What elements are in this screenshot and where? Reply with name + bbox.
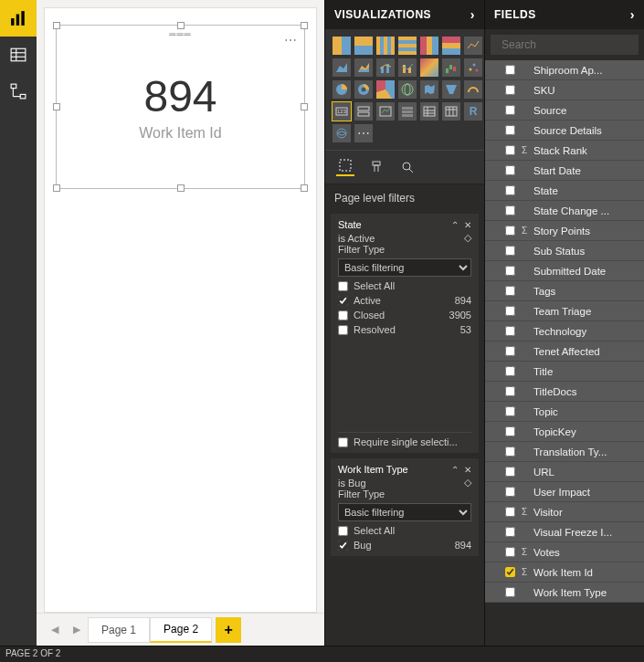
viz-filled-map-icon[interactable] — [420, 80, 438, 99]
report-view-button[interactable] — [0, 0, 37, 37]
filter-option-checkbox[interactable] — [338, 541, 348, 551]
viz-matrix-icon[interactable] — [442, 102, 460, 121]
resize-handle[interactable] — [53, 103, 60, 110]
visualizations-header[interactable]: VISUALIZATIONS › — [325, 0, 484, 29]
viz-kpi-icon[interactable] — [376, 102, 395, 121]
field-item[interactable]: Visual Freeze I... — [485, 522, 644, 542]
filter-type-select[interactable]: Basic filtering — [338, 503, 471, 521]
select-all-checkbox[interactable] — [338, 526, 348, 536]
filter-option[interactable]: Bug894 — [338, 540, 471, 551]
card-visual[interactable]: ═══ ⋯ 894 Work Item Id — [56, 25, 305, 189]
field-item[interactable]: State Change ... — [485, 201, 644, 221]
viz-gauge-icon[interactable] — [464, 80, 482, 99]
filter-option-checkbox[interactable] — [338, 296, 348, 306]
next-page-button[interactable]: ▶ — [66, 619, 88, 641]
field-item[interactable]: Sub Status — [485, 241, 644, 261]
field-item[interactable]: Title — [485, 362, 644, 382]
viz-combo-icon[interactable] — [376, 58, 395, 77]
eraser-icon[interactable]: ◇ — [464, 232, 471, 244]
filter-option[interactable]: Active894 — [338, 295, 471, 306]
field-item[interactable]: ΣWork Item Id — [485, 562, 644, 583]
field-checkbox[interactable] — [505, 587, 515, 597]
field-item[interactable]: Technology — [485, 321, 644, 342]
resize-handle[interactable] — [53, 184, 60, 192]
field-checkbox[interactable] — [505, 426, 515, 436]
viz-stacked-column-icon[interactable] — [354, 37, 373, 55]
field-checkbox[interactable] — [505, 266, 515, 276]
resize-handle[interactable] — [301, 103, 308, 110]
data-view-button[interactable] — [0, 37, 37, 73]
field-item[interactable]: Source — [485, 100, 644, 121]
filter-option[interactable]: Resolved53 — [338, 324, 471, 335]
field-checkbox[interactable] — [505, 185, 515, 195]
viz-multirow-card-icon[interactable] — [354, 102, 373, 121]
field-item[interactable]: ΣVisitor — [485, 502, 644, 522]
field-checkbox[interactable] — [505, 246, 515, 256]
field-item[interactable]: Tenet Affected — [485, 342, 644, 362]
collapse-icon[interactable]: ⌃ — [451, 465, 459, 475]
viz-pie-icon[interactable] — [333, 80, 351, 99]
more-options-icon[interactable]: ⋯ — [284, 33, 297, 47]
viz-map-icon[interactable] — [398, 80, 417, 99]
field-checkbox[interactable] — [505, 447, 515, 457]
viz-scatter-icon[interactable] — [464, 58, 482, 77]
report-page-canvas[interactable]: ═══ ⋯ 894 Work Item Id — [44, 7, 317, 613]
field-checkbox[interactable] — [505, 467, 515, 477]
field-checkbox[interactable] — [505, 567, 515, 577]
field-item[interactable]: Translation Ty... — [485, 442, 644, 462]
viz-100stacked-column-icon[interactable] — [442, 37, 460, 55]
viz-donut-icon[interactable] — [354, 80, 373, 99]
filter-option-checkbox[interactable] — [338, 325, 348, 335]
field-item[interactable]: Tags — [485, 281, 644, 301]
prev-page-button[interactable]: ◀ — [44, 619, 66, 641]
viz-import-icon[interactable]: ⋯ — [354, 124, 373, 142]
field-checkbox[interactable] — [505, 145, 515, 155]
viz-100stacked-bar-icon[interactable] — [420, 37, 438, 55]
viz-treemap-icon[interactable] — [376, 80, 395, 99]
field-checkbox[interactable] — [505, 286, 515, 296]
field-checkbox[interactable] — [505, 386, 515, 396]
fields-tab-icon[interactable] — [336, 158, 354, 176]
fields-header[interactable]: FIELDS › — [485, 0, 644, 29]
viz-combo2-icon[interactable] — [398, 58, 417, 77]
field-checkbox[interactable] — [505, 326, 515, 336]
field-item[interactable]: SKU — [485, 80, 644, 100]
resize-handle[interactable] — [177, 184, 185, 192]
field-item[interactable]: TitleDocs — [485, 382, 644, 402]
filter-type-select[interactable]: Basic filtering — [338, 258, 471, 277]
viz-area-icon[interactable] — [333, 58, 351, 77]
viz-line-icon[interactable] — [464, 37, 482, 55]
viz-funnel-icon[interactable] — [442, 80, 460, 99]
require-single-checkbox[interactable] — [338, 437, 348, 447]
analytics-tab-icon[interactable] — [398, 158, 417, 176]
collapse-icon[interactable]: ⌃ — [451, 220, 459, 230]
viz-table-icon[interactable] — [420, 102, 438, 121]
field-checkbox[interactable] — [505, 165, 515, 175]
field-checkbox[interactable] — [505, 65, 515, 75]
viz-waterfall-icon[interactable] — [442, 58, 460, 77]
viz-clustered-column-icon[interactable] — [398, 37, 417, 55]
close-icon[interactable]: ✕ — [464, 220, 471, 230]
field-item[interactable]: ΣStory Points — [485, 221, 644, 241]
viz-arcgis-icon[interactable] — [333, 124, 351, 142]
field-item[interactable]: ΣVotes — [485, 542, 644, 562]
field-item[interactable]: Start Date — [485, 161, 644, 181]
field-checkbox[interactable] — [505, 406, 515, 416]
field-checkbox[interactable] — [505, 226, 515, 236]
resize-handle[interactable] — [177, 22, 185, 29]
field-item[interactable]: TopicKey — [485, 422, 644, 442]
field-item[interactable]: URL — [485, 462, 644, 482]
fields-search[interactable] — [491, 35, 639, 55]
field-item[interactable]: Work Item Type — [485, 583, 644, 603]
viz-card-icon[interactable]: 123 — [333, 102, 351, 121]
add-page-button[interactable]: + — [216, 617, 241, 643]
model-view-button[interactable] — [0, 73, 37, 110]
resize-handle[interactable] — [53, 22, 60, 29]
format-tab-icon[interactable] — [367, 158, 385, 176]
resize-handle[interactable] — [301, 22, 308, 29]
close-icon[interactable]: ✕ — [464, 465, 471, 475]
filter-option-checkbox[interactable] — [338, 310, 348, 320]
field-checkbox[interactable] — [505, 205, 515, 215]
field-checkbox[interactable] — [505, 527, 515, 537]
field-checkbox[interactable] — [505, 366, 515, 376]
